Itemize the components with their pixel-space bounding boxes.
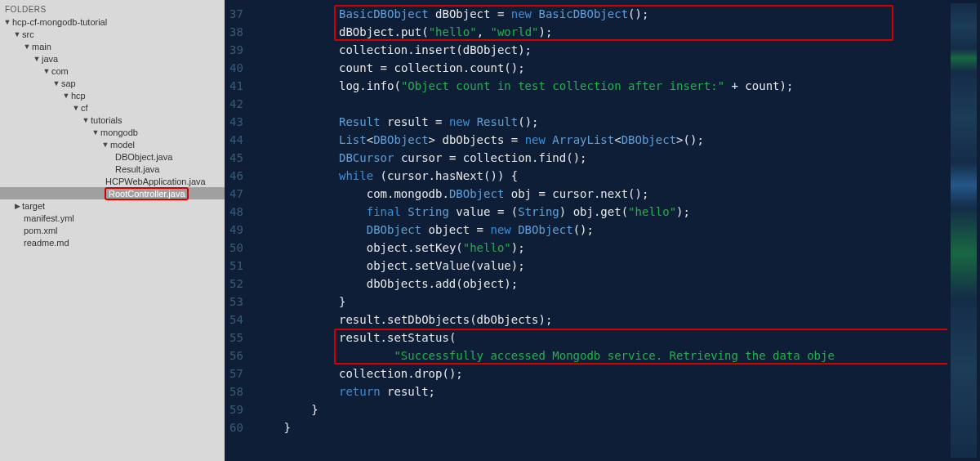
code-line[interactable]: Result result = new Result(); bbox=[256, 113, 947, 131]
folder-tree: ▼hcp-cf-mongodb-tutorial ▼src ▼main ▼jav… bbox=[0, 16, 225, 248]
line-number: 48 bbox=[229, 203, 243, 221]
line-number: 40 bbox=[229, 59, 243, 77]
minimap[interactable] bbox=[951, 3, 977, 458]
file-highlight: RootController.java bbox=[105, 187, 189, 200]
line-number: 43 bbox=[229, 113, 243, 131]
chevron-down-icon: ▼ bbox=[42, 67, 51, 75]
code-line[interactable]: while (cursor.hasNext()) { bbox=[256, 167, 947, 185]
line-number: 58 bbox=[229, 383, 243, 401]
code-line[interactable]: BasicDBObject dBObject = new BasicDBObje… bbox=[256, 5, 947, 23]
code-line[interactable]: } bbox=[256, 293, 947, 311]
code-line[interactable]: DBObject object = new DBObject(); bbox=[256, 221, 947, 239]
code-line[interactable]: collection.drop(); bbox=[256, 365, 947, 383]
tree-folder-com[interactable]: ▼com bbox=[0, 65, 225, 77]
tree-folder-sap[interactable]: ▼sap bbox=[0, 77, 225, 89]
sidebar-header: FOLDERS bbox=[0, 3, 225, 16]
code-line[interactable]: dBObject.put("hello", "world"); bbox=[256, 23, 947, 41]
chevron-down-icon: ▼ bbox=[52, 79, 60, 87]
code-line[interactable]: final String value = (String) obj.get("h… bbox=[256, 203, 947, 221]
line-number: 57 bbox=[229, 365, 243, 383]
folder-sidebar: FOLDERS ▼hcp-cf-mongodb-tutorial ▼src ▼m… bbox=[0, 0, 225, 461]
line-number: 38 bbox=[229, 23, 243, 41]
code-line[interactable]: collection.insert(dBObject); bbox=[256, 41, 947, 59]
code-line[interactable]: result.setStatus( bbox=[256, 329, 947, 347]
line-number: 39 bbox=[229, 41, 243, 59]
tree-folder-target[interactable]: ▶target bbox=[0, 199, 225, 212]
code-line[interactable]: dbObjects.add(object); bbox=[256, 275, 947, 293]
tree-folder-tutorials[interactable]: ▼tutorials bbox=[0, 114, 225, 126]
tree-folder-model[interactable]: ▼model bbox=[0, 138, 225, 150]
tree-file-hcpweb[interactable]: HCPWebApplication.java bbox=[0, 175, 225, 187]
tree-folder-src[interactable]: ▼src bbox=[0, 28, 225, 40]
code-line[interactable]: count = collection.count(); bbox=[256, 59, 947, 77]
line-number: 49 bbox=[229, 221, 243, 239]
tree-folder-cf[interactable]: ▼cf bbox=[0, 101, 225, 114]
code-line[interactable]: return result; bbox=[256, 383, 947, 401]
line-number: 50 bbox=[229, 239, 243, 257]
line-number: 42 bbox=[229, 95, 243, 113]
chevron-down-icon: ▼ bbox=[82, 116, 90, 124]
line-number: 51 bbox=[229, 257, 243, 275]
line-number: 46 bbox=[229, 167, 243, 185]
line-number: 55 bbox=[229, 329, 243, 347]
code-line[interactable]: "Successfully accessed Mongodb service. … bbox=[256, 347, 947, 365]
code-area[interactable]: BasicDBObject dBObject = new BasicDBObje… bbox=[253, 0, 947, 461]
chevron-down-icon: ▼ bbox=[62, 92, 70, 100]
line-number: 53 bbox=[229, 293, 243, 311]
line-number: 47 bbox=[229, 185, 243, 203]
code-line[interactable]: result.setDbObjects(dbObjects); bbox=[256, 311, 947, 329]
code-line[interactable] bbox=[256, 95, 947, 113]
code-line[interactable]: log.info("Object count in test collectio… bbox=[256, 77, 947, 95]
code-line[interactable]: com.mongodb.DBObject obj = cursor.next()… bbox=[256, 185, 947, 203]
tree-folder-hcp[interactable]: ▼hcp bbox=[0, 89, 225, 101]
line-number-gutter: 3738394041424344454647484950515253545556… bbox=[225, 0, 253, 461]
tree-file-manifest[interactable]: manifest.yml bbox=[0, 212, 225, 224]
chevron-down-icon: ▼ bbox=[33, 55, 41, 63]
line-number: 59 bbox=[229, 401, 243, 418]
code-line[interactable]: } bbox=[256, 401, 947, 418]
line-number: 45 bbox=[229, 149, 243, 167]
code-editor[interactable]: 3738394041424344454647484950515253545556… bbox=[225, 0, 980, 461]
tree-file-pom[interactable]: pom.xml bbox=[0, 224, 225, 236]
line-number: 56 bbox=[229, 347, 243, 365]
line-number: 52 bbox=[229, 275, 243, 293]
tree-file-readme[interactable]: readme.md bbox=[0, 236, 225, 248]
line-number: 54 bbox=[229, 311, 243, 329]
line-number: 41 bbox=[229, 77, 243, 95]
chevron-down-icon: ▼ bbox=[13, 30, 21, 38]
code-line[interactable]: } bbox=[256, 418, 947, 436]
tree-file-result[interactable]: Result.java bbox=[0, 163, 225, 175]
chevron-down-icon: ▼ bbox=[101, 141, 109, 149]
chevron-down-icon: ▼ bbox=[3, 18, 11, 26]
chevron-down-icon: ▼ bbox=[91, 128, 100, 137]
tree-folder-root[interactable]: ▼hcp-cf-mongodb-tutorial bbox=[0, 16, 225, 28]
tree-file-rootcontroller[interactable]: RootController.java bbox=[0, 187, 225, 199]
code-line[interactable]: List<DBObject> dbObjects = new ArrayList… bbox=[256, 131, 947, 149]
code-line[interactable]: object.setKey("hello"); bbox=[256, 239, 947, 257]
tree-folder-mongodb[interactable]: ▼mongodb bbox=[0, 126, 225, 138]
tree-folder-java[interactable]: ▼java bbox=[0, 52, 225, 65]
tree-file-dbobject[interactable]: DBObject.java bbox=[0, 150, 225, 163]
chevron-down-icon: ▼ bbox=[23, 43, 31, 51]
chevron-down-icon: ▼ bbox=[72, 104, 80, 112]
code-line[interactable]: DBCursor cursor = collection.find(); bbox=[256, 149, 947, 167]
line-number: 37 bbox=[229, 5, 243, 23]
line-number: 44 bbox=[229, 131, 243, 149]
tree-folder-main[interactable]: ▼main bbox=[0, 40, 225, 52]
line-number: 60 bbox=[229, 418, 243, 436]
code-line[interactable]: object.setValue(value); bbox=[256, 257, 947, 275]
chevron-right-icon: ▶ bbox=[13, 202, 21, 210]
